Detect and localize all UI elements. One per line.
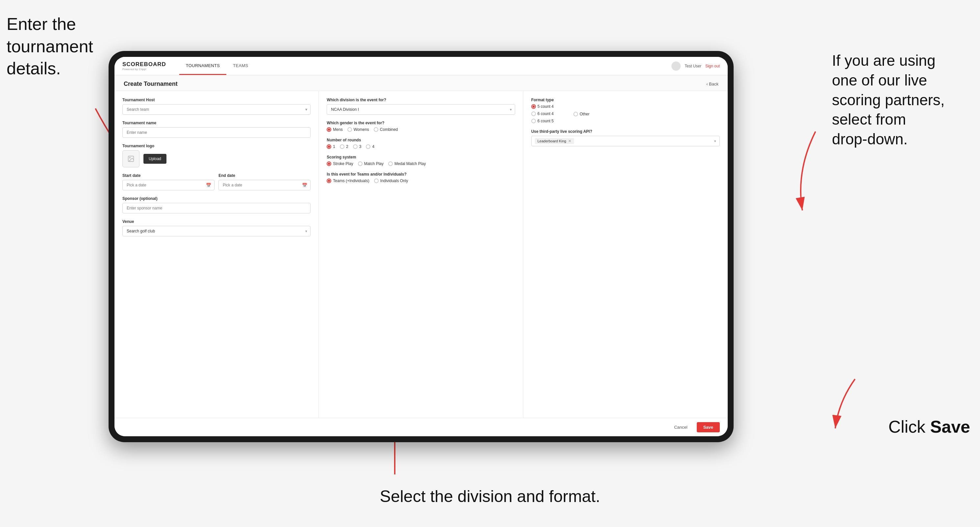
- start-date-wrap: 📅: [123, 180, 215, 190]
- format-other-radio[interactable]: [573, 112, 578, 116]
- gender-mens-label: Mens: [333, 127, 342, 132]
- event-type-label: Is this event for Teams and/or Individua…: [327, 172, 515, 176]
- search-icon: ▾: [305, 107, 307, 112]
- sponsor-label: Sponsor (optional): [123, 196, 310, 201]
- gender-combined-radio[interactable]: [374, 127, 378, 132]
- api-tag-close[interactable]: ✕: [568, 139, 571, 143]
- event-individuals-radio[interactable]: [374, 178, 379, 183]
- rounds-4[interactable]: 4: [366, 144, 374, 149]
- calendar-icon-start: 📅: [206, 183, 211, 188]
- event-type-group: Is this event for Teams and/or Individua…: [327, 172, 515, 183]
- nav-tabs: TOURNAMENTS TEAMS: [179, 57, 255, 75]
- format-6count5[interactable]: 6 count 5: [531, 119, 554, 123]
- gender-combined-label: Combined: [380, 127, 398, 132]
- gender-womens-radio[interactable]: [347, 127, 352, 132]
- tournament-logo-group: Tournament logo Upload: [123, 144, 310, 167]
- page-header: Create Tournament ‹ Back: [115, 75, 728, 91]
- rounds-1-radio[interactable]: [327, 144, 331, 149]
- form-col-1: Tournament Host ▾ Tournament name Tourna…: [115, 91, 319, 418]
- start-date-input[interactable]: [123, 180, 215, 190]
- scoring-medal-match-play[interactable]: Medal Match Play: [388, 162, 426, 166]
- api-chevron-icon: ▾: [714, 139, 716, 143]
- end-date-wrap: 📅: [218, 180, 310, 190]
- annotation-bottom-center-text: Select the division and format.: [380, 487, 600, 506]
- tournament-host-group: Tournament Host ▾: [123, 98, 310, 115]
- scoring-stroke-play[interactable]: Stroke Play: [327, 162, 353, 166]
- format-6count4[interactable]: 6 count 4: [531, 111, 554, 116]
- tablet-screen: SCOREBOARD Powered by Clipp! TOURNAMENTS…: [115, 57, 728, 436]
- tournament-name-group: Tournament name: [123, 121, 310, 138]
- api-value: Leaderboard King: [538, 139, 566, 143]
- scoring-stroke-play-radio[interactable]: [327, 162, 331, 166]
- scoring-match-play[interactable]: Match Play: [358, 162, 383, 166]
- gender-radio-group: Mens Womens Combined: [327, 127, 515, 132]
- venue-group: Venue Search golf club: [123, 219, 310, 237]
- gender-womens-label: Womens: [354, 127, 369, 132]
- nav-bar: SCOREBOARD Powered by Clipp! TOURNAMENTS…: [115, 57, 728, 75]
- event-teams[interactable]: Teams (+Individuals): [327, 178, 369, 183]
- scoring-match-play-radio[interactable]: [358, 162, 363, 166]
- tournament-logo-label: Tournament logo: [123, 144, 310, 148]
- gender-womens[interactable]: Womens: [347, 127, 369, 132]
- gender-mens[interactable]: Mens: [327, 127, 342, 132]
- back-button[interactable]: ‹ Back: [706, 81, 719, 86]
- annotation-top-right-text: If you are using one of our live scoring…: [832, 52, 945, 148]
- rounds-3[interactable]: 3: [353, 144, 361, 149]
- nav-tab-tournaments[interactable]: TOURNAMENTS: [179, 57, 226, 75]
- format-5count4[interactable]: 5 count 4: [531, 104, 554, 109]
- gender-mens-radio[interactable]: [327, 127, 331, 132]
- rounds-1[interactable]: 1: [327, 144, 335, 149]
- format-option-row: 5 count 4 6 count 4 6 count 5: [531, 104, 720, 123]
- format-6count4-radio[interactable]: [531, 111, 536, 116]
- tournament-host-input[interactable]: [123, 104, 310, 115]
- start-date-label: Start date: [123, 173, 215, 178]
- date-group: Start date 📅 End date 📅: [123, 173, 310, 190]
- scoring-medal-match-play-radio[interactable]: [388, 162, 393, 166]
- logo-upload-area: Upload: [123, 150, 310, 167]
- event-teams-radio[interactable]: [327, 178, 331, 183]
- form-col-3: Format type 5 count 4 6 count 4: [523, 91, 728, 418]
- division-select-wrap: NCAA Division I: [327, 104, 515, 115]
- nav-user: Test User: [684, 64, 702, 68]
- annotation-bottom-right: Click Save: [888, 416, 970, 438]
- save-button[interactable]: Save: [697, 422, 720, 432]
- sponsor-input[interactable]: [123, 203, 310, 213]
- gender-group: Which gender is the event for? Mens Wome…: [327, 121, 515, 132]
- form-footer: Cancel Save: [115, 418, 728, 436]
- rounds-2-radio[interactable]: [340, 144, 344, 149]
- division-select[interactable]: NCAA Division I: [327, 104, 515, 115]
- tournament-name-input[interactable]: [123, 127, 310, 138]
- gender-label: Which gender is the event for?: [327, 121, 515, 125]
- rounds-4-radio[interactable]: [366, 144, 371, 149]
- tournament-host-input-wrap: ▾: [123, 104, 310, 115]
- logo-placeholder: [123, 150, 140, 167]
- api-input-wrap[interactable]: Leaderboard King ✕ ▾: [531, 136, 720, 146]
- sponsor-group: Sponsor (optional): [123, 196, 310, 213]
- gender-combined[interactable]: Combined: [374, 127, 398, 132]
- format-type-options: 5 count 4 6 count 4 6 count 5: [531, 104, 720, 123]
- rounds-2[interactable]: 2: [340, 144, 348, 149]
- scoring-radio-group: Stroke Play Match Play Medal Match Play: [327, 162, 515, 166]
- cancel-button[interactable]: Cancel: [669, 422, 692, 432]
- format-type-group: Format type 5 count 4 6 count 4: [531, 98, 720, 123]
- annotation-top-left-text: Enter the tournament details.: [6, 14, 93, 78]
- format-6count5-radio[interactable]: [531, 119, 536, 123]
- nav-logo: SCOREBOARD Powered by Clipp!: [123, 61, 166, 71]
- nav-logo-text: SCOREBOARD: [123, 61, 166, 68]
- rounds-3-radio[interactable]: [353, 144, 358, 149]
- upload-button[interactable]: Upload: [143, 154, 167, 164]
- form-area: Tournament Host ▾ Tournament name Tourna…: [115, 91, 728, 418]
- api-label: Use third-party live scoring API?: [531, 129, 720, 134]
- tournament-host-label: Tournament Host: [123, 98, 310, 102]
- annotation-bottom-right-bold: Save: [930, 417, 970, 436]
- date-row: Start date 📅 End date 📅: [123, 173, 310, 190]
- event-individuals[interactable]: Individuals Only: [374, 178, 408, 183]
- format-other-label: Other: [580, 112, 590, 116]
- venue-select[interactable]: Search golf club: [123, 226, 310, 237]
- format-5count4-radio[interactable]: [531, 104, 536, 109]
- sign-out-link[interactable]: Sign out: [705, 64, 720, 68]
- format-other[interactable]: Other: [573, 112, 590, 116]
- nav-tab-teams[interactable]: TEAMS: [226, 57, 255, 75]
- end-date-input[interactable]: [218, 180, 310, 190]
- format-type-label: Format type: [531, 98, 720, 102]
